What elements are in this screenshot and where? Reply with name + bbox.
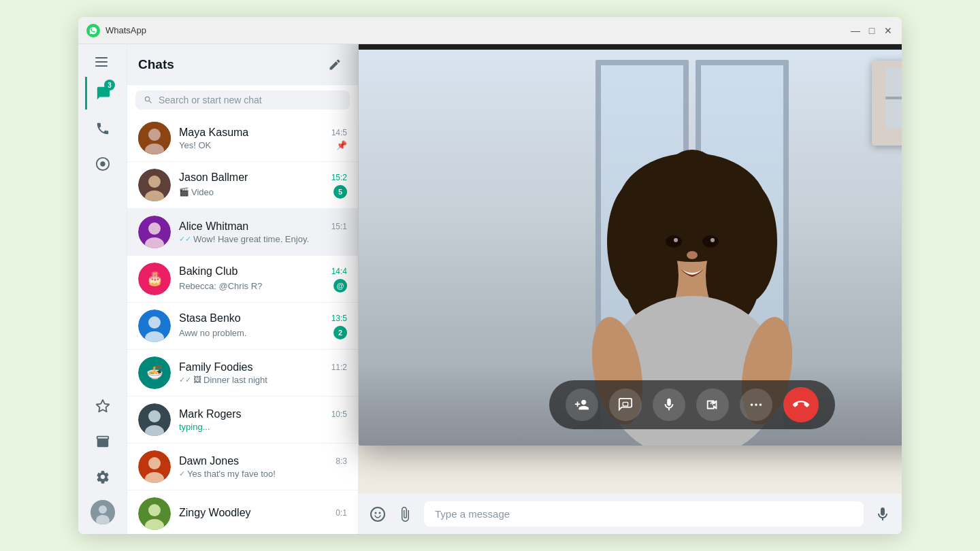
video-upload-icon (705, 397, 720, 412)
avatar-jason (138, 169, 171, 201)
search-input-wrap (135, 90, 350, 110)
image-preview-icon: 🖼 (193, 375, 201, 384)
voice-message-button[interactable] (875, 506, 891, 522)
emoji-button[interactable] (370, 506, 386, 522)
chat-name-maya: Maya Kasuma (179, 127, 248, 139)
end-call-button[interactable] (783, 387, 819, 422)
chat-item-zingy[interactable]: Zingy Woodley 0:1 (127, 490, 358, 534)
chat-item-alice[interactable]: Alice Whitman 15:1 ✓✓ Wow! Have great ti… (127, 209, 358, 256)
sidebar-item-archive[interactable] (86, 425, 119, 458)
emoji-icon (370, 506, 386, 522)
chat-item-dawn[interactable]: Dawn Jones 8:3 ✓ Yes that's my fave too! (127, 444, 358, 490)
video-toggle-button[interactable] (696, 388, 729, 421)
chats-panel: Chats (127, 44, 359, 534)
message-input[interactable] (424, 501, 864, 527)
more-options-button[interactable] (740, 388, 772, 421)
chat-preview-baking: Rebecca: @Chris R? (179, 281, 333, 291)
svg-point-75 (371, 507, 385, 521)
double-check-gray-icon: ✓✓ (179, 375, 191, 384)
sidebar-item-starred[interactable] (86, 390, 119, 422)
svg-point-74 (760, 403, 762, 406)
svg-point-73 (755, 403, 757, 406)
end-call-icon (793, 397, 809, 413)
chat-info-jason: Jason Ballmer 15:2 🎬 Video 5 (179, 171, 347, 199)
svg-point-72 (751, 403, 753, 406)
pin-icon: 📌 (336, 140, 347, 150)
chat-name-dawn: Dawn Jones (179, 455, 239, 467)
more-icon (749, 397, 764, 412)
unread-badge-stasa: 2 (333, 326, 347, 339)
menu-line-1 (95, 57, 108, 59)
svg-point-76 (375, 512, 377, 514)
screen-share-icon (618, 397, 633, 412)
chat-info-maya: Maya Kasuma 14:5 Yes! OK 📌 (179, 127, 347, 150)
message-bar-container (359, 493, 902, 534)
svg-point-7 (148, 129, 161, 141)
avatar-mark (138, 403, 171, 436)
chats-title: Chats (138, 57, 323, 72)
close-button[interactable]: ✕ (883, 25, 894, 36)
chat-time-family: 11:2 (331, 363, 347, 372)
svg-text:🍜: 🍜 (146, 364, 163, 380)
chat-name-zingy: Zingy Woodley (179, 507, 251, 519)
svg-point-40 (702, 163, 750, 211)
chat-time-mark: 10:5 (331, 410, 347, 419)
chat-time-jason: 15:2 (331, 173, 347, 182)
svg-point-45 (674, 238, 678, 242)
search-input[interactable] (159, 95, 342, 105)
sidebar-item-calls[interactable] (86, 112, 119, 145)
screen-share-button[interactable] (609, 388, 642, 421)
vc-pip-person (872, 61, 902, 146)
chat-preview-maya: Yes! OK (179, 140, 336, 150)
chat-info-baking: Baking Club 14:4 Rebecca: @Chris R? @ (179, 265, 347, 293)
menu-line-3 (95, 65, 108, 67)
chat-time-baking: 14:4 (331, 267, 347, 276)
mute-button[interactable] (653, 388, 685, 421)
status-icon (95, 156, 110, 171)
video-icon: 🎬 (179, 187, 189, 197)
chat-item-stasa[interactable]: Stasa Benko 13:5 Aww no problem. 2 (127, 303, 358, 350)
svg-point-26 (148, 457, 161, 469)
chat-time-stasa: 13:5 (331, 314, 347, 323)
chat-preview-stasa: Aww no problem. (179, 328, 331, 338)
chat-item-maya[interactable]: Maya Kasuma 14:5 Yes! OK 📌 (127, 115, 358, 162)
title-bar: WhatsApp — □ ✕ (78, 17, 902, 44)
chat-preview-alice: ✓✓ Wow! Have great time. Enjoy. (179, 234, 347, 244)
app-title: WhatsApp (105, 25, 850, 35)
mention-badge-baking: @ (333, 279, 347, 293)
header-icons (323, 52, 347, 77)
chat-item-mark[interactable]: Mark Rogers 10:5 typing... (127, 397, 358, 444)
sidebar-top: 3 (86, 50, 119, 390)
chat-item-baking[interactable]: 🎂 Baking Club 14:4 Rebecca: @Chris R? @ (127, 256, 358, 303)
attach-button[interactable] (397, 506, 413, 522)
add-participant-button[interactable] (566, 388, 598, 421)
svg-point-2 (100, 161, 105, 166)
app-body: 3 (78, 44, 902, 534)
video-call-window: Susanna Davis End-to-end endcrypted — □ … (359, 44, 902, 446)
chat-item-jason[interactable]: Jason Ballmer 15:2 🎬 Video 5 (127, 162, 358, 209)
menu-line-2 (95, 61, 108, 63)
svg-point-46 (710, 238, 715, 242)
sidebar-item-chats[interactable]: 3 (85, 77, 118, 110)
sidebar-item-profile[interactable] (86, 496, 119, 529)
vc-pip-video (872, 61, 902, 146)
chat-preview-mark: typing... (179, 422, 347, 432)
sidebar-item-settings[interactable] (86, 461, 119, 493)
minimize-button[interactable]: — (850, 25, 861, 36)
vc-controls-bar (549, 380, 835, 429)
chats-badge: 3 (104, 80, 115, 90)
unread-badge-jason: 5 (333, 185, 347, 199)
chat-item-family[interactable]: 🍜 Family Foodies 11:2 ✓✓ 🖼 Dinner (127, 350, 358, 397)
svg-point-13 (148, 222, 161, 235)
chat-info-family: Family Foodies 11:2 ✓✓ 🖼 Dinner last nig… (179, 361, 347, 385)
microphone-input-icon (875, 506, 891, 522)
pencil-icon (328, 58, 342, 71)
chat-list: Maya Kasuma 14:5 Yes! OK 📌 (127, 115, 358, 534)
chat-time-zingy: 0:1 (336, 508, 347, 518)
sidebar-item-status[interactable] (86, 148, 119, 180)
maximize-button[interactable]: □ (866, 25, 877, 36)
window-controls: — □ ✕ (850, 25, 894, 36)
new-chat-button[interactable] (323, 52, 347, 77)
chat-preview-jason: 🎬 Video (179, 187, 331, 197)
menu-button[interactable] (89, 50, 114, 74)
